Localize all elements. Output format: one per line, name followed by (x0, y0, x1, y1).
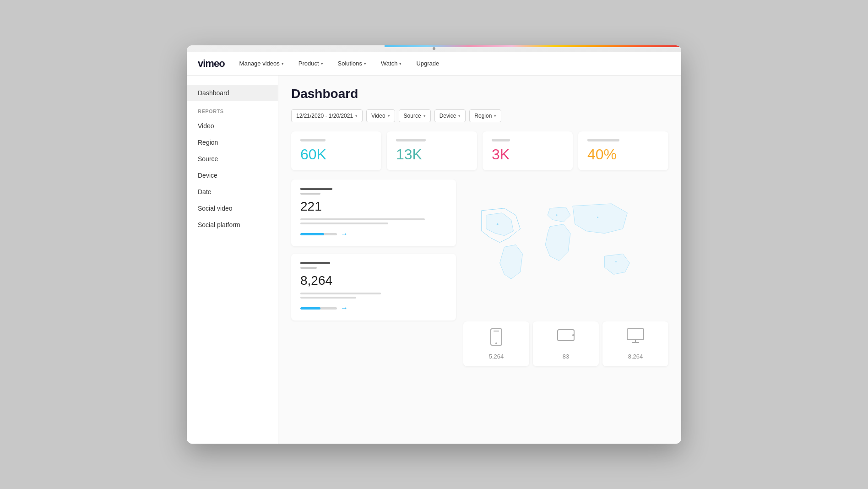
svg-point-2 (597, 217, 598, 218)
chevron-down-icon: ▾ (355, 114, 358, 118)
region-filter[interactable]: Region ▾ (469, 109, 501, 122)
sidebar-item-social-video[interactable]: Social video (187, 200, 278, 217)
chevron-down-icon: ▾ (458, 114, 461, 118)
stat-card-plays: 60K (291, 131, 381, 170)
device-filter[interactable]: Device ▾ (434, 109, 466, 122)
progress-bar-wrap (300, 233, 337, 235)
svg-rect-6 (494, 331, 499, 331)
second-panel-value: 8,264 (300, 273, 447, 288)
stat-card-impressions: 13K (387, 131, 477, 170)
device-card-tablet: 83 (533, 321, 599, 366)
sidebar-item-video[interactable]: Video (187, 118, 278, 134)
arrow-right-icon[interactable]: → (341, 230, 348, 238)
panel-progress: → (300, 304, 447, 312)
camera-dot (433, 47, 435, 50)
sidebar-item-dashboard[interactable]: Dashboard (187, 85, 278, 101)
source-filter[interactable]: Source ▾ (399, 109, 431, 122)
device-card-mobile: 5,264 (463, 321, 529, 366)
svg-point-8 (572, 334, 574, 336)
stat-label-bar (300, 139, 326, 141)
stat-label-bar (396, 139, 426, 141)
world-map (463, 179, 668, 317)
nav-watch[interactable]: Watch ▾ (381, 60, 401, 67)
stat-label-bar (587, 139, 619, 141)
chevron-down-icon: ▾ (388, 114, 390, 118)
sidebar: Dashboard REPORTS Video Region Source De… (187, 76, 278, 444)
stat-value-likes: 3K (492, 146, 510, 163)
second-panel: 8,264 → (291, 254, 456, 321)
sidebar-item-device[interactable]: Device (187, 167, 278, 184)
svg-point-3 (615, 261, 617, 262)
progress-bar-fill (300, 307, 320, 310)
chevron-down-icon: ▾ (282, 61, 284, 66)
sidebar-item-region[interactable]: Region (187, 134, 278, 151)
filters-row: 12/21/2020 - 1/20/2021 ▾ Video ▾ Source … (291, 109, 668, 122)
stat-card-finish-rate: 40% (578, 131, 668, 170)
chevron-down-icon: ▾ (364, 61, 366, 66)
panel-row (300, 297, 356, 299)
svg-rect-9 (627, 329, 644, 340)
chevron-down-icon: ▾ (423, 114, 426, 118)
map-svg (463, 179, 668, 317)
device-value-mobile: 5,264 (489, 353, 504, 360)
svg-point-1 (556, 214, 558, 216)
svg-point-5 (495, 342, 497, 344)
device-value-tablet: 83 (563, 353, 569, 360)
nav-upgrade[interactable]: Upgrade (416, 60, 439, 67)
vimeo-logo: vimeo (198, 58, 225, 70)
content-area: Dashboard 12/21/2020 - 1/20/2021 ▾ Video… (278, 76, 681, 444)
color-bar (385, 45, 681, 47)
stat-value-finish-rate: 40% (587, 146, 617, 163)
stat-label-bar (492, 139, 510, 141)
chevron-down-icon: ▾ (399, 61, 401, 66)
video-filter[interactable]: Video ▾ (366, 109, 395, 122)
sidebar-section-reports: REPORTS (187, 101, 278, 118)
page-title: Dashboard (291, 87, 668, 101)
panel-header-bar (300, 262, 330, 264)
arrow-right-icon[interactable]: → (341, 304, 348, 312)
stat-card-likes: 3K (483, 131, 573, 170)
stat-value-impressions: 13K (396, 146, 422, 163)
navigation: vimeo Manage videos ▾ Product ▾ Solution… (187, 52, 681, 76)
device-value-desktop: 8,264 (628, 353, 643, 360)
panel-sub-bar (300, 267, 317, 269)
panel-row (300, 293, 381, 294)
nav-product[interactable]: Product ▾ (298, 60, 323, 67)
chevron-down-icon: ▾ (321, 61, 323, 66)
svg-rect-7 (558, 330, 574, 341)
stat-value-plays: 60K (300, 146, 326, 163)
main-layout: Dashboard REPORTS Video Region Source De… (187, 76, 681, 444)
date-range-filter[interactable]: 12/21/2020 - 1/20/2021 ▾ (291, 109, 363, 122)
mobile-icon (489, 328, 504, 349)
panel-sub-bar (300, 193, 320, 195)
panel-row (300, 223, 388, 224)
browser-bar (187, 45, 681, 52)
tablet-icon (557, 328, 575, 346)
progress-bar-wrap (300, 307, 337, 310)
device-panel: 5,264 83 (463, 321, 668, 366)
sidebar-item-date[interactable]: Date (187, 184, 278, 200)
desktop-icon (626, 328, 645, 348)
chevron-down-icon: ▾ (494, 114, 496, 118)
nav-solutions[interactable]: Solutions ▾ (338, 60, 366, 67)
panel-row (300, 218, 425, 220)
stats-row: 60K 13K 3K 40% (291, 131, 668, 170)
sidebar-item-social-platform[interactable]: Social platform (187, 217, 278, 233)
source-panel: 221 → (291, 179, 456, 246)
device-card-desktop: 8,264 (602, 321, 668, 366)
panel-progress: → (300, 230, 447, 238)
progress-bar-fill (300, 233, 324, 235)
sidebar-item-source[interactable]: Source (187, 151, 278, 167)
source-panel-value: 221 (300, 199, 447, 214)
panel-header-bar (300, 188, 332, 190)
nav-manage-videos[interactable]: Manage videos ▾ (239, 60, 284, 67)
svg-point-0 (497, 223, 499, 225)
